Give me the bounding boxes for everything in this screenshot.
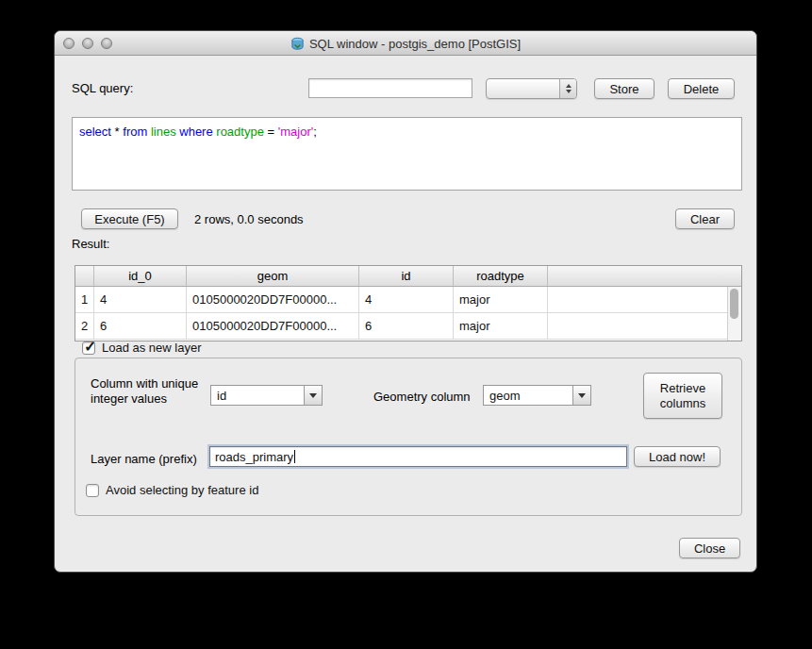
sql-token: ; (313, 125, 317, 139)
layer-name-label: Layer name (prefix) (91, 452, 197, 466)
query-name-input[interactable] (308, 78, 472, 98)
vertical-scrollbar[interactable] (727, 287, 741, 341)
column-header-roadtype[interactable]: roadtype (454, 266, 548, 286)
table-row[interactable]: 1 4 0105000020DD7F00000... 4 major (75, 287, 741, 313)
geometry-column-combobox[interactable]: geom (483, 385, 591, 406)
retrieve-columns-label-line1: Retrieve (660, 381, 705, 396)
sql-token: where (179, 125, 212, 139)
sql-query-label: SQL query: (72, 81, 133, 95)
cell-roadtype[interactable]: major (454, 313, 548, 339)
chevron-down-icon (572, 386, 590, 405)
delete-button[interactable]: Delete (668, 78, 735, 99)
avoid-selecting-label[interactable]: Avoid selecting by feature id (106, 483, 258, 497)
corner-header-cell[interactable] (75, 266, 94, 286)
table-filler-cell (548, 287, 741, 312)
row-number-cell[interactable]: 2 (75, 313, 94, 339)
geometry-column-value: geom (484, 386, 572, 405)
close-button-label: Close (694, 541, 725, 556)
retrieve-columns-label-line2: columns (660, 396, 705, 411)
table-header-row: id_0 geom id roadtype (75, 266, 741, 287)
unique-column-combobox[interactable]: id (210, 385, 323, 406)
scrollbar-thumb[interactable] (730, 289, 738, 319)
execute-button-label: Execute (F5) (94, 212, 164, 226)
column-header-geom[interactable]: geom (187, 266, 359, 286)
cell-id[interactable]: 4 (359, 287, 454, 312)
load-now-button-label: Load now! (649, 450, 705, 464)
table-row[interactable]: 2 6 0105000020DD7F00000... 6 major (75, 313, 741, 340)
row-number-cell[interactable]: 1 (75, 287, 94, 312)
chevron-down-icon (304, 386, 322, 405)
popup-arrows-icon (559, 79, 576, 98)
sql-token: roadtype (216, 125, 264, 139)
column-header-id_0[interactable]: id_0 (94, 266, 187, 286)
table-filler-cell (548, 313, 741, 339)
sql-token: select (79, 125, 111, 139)
query-status-text: 2 rows, 0.0 seconds (194, 212, 304, 226)
cell-roadtype[interactable]: major (454, 287, 548, 312)
load-as-new-layer-label[interactable]: Load as new layer (102, 341, 202, 355)
cell-geom[interactable]: 0105000020DD7F00000... (187, 287, 359, 312)
sql-token: from (123, 125, 147, 139)
stored-query-dropdown[interactable] (486, 78, 577, 99)
titlebar[interactable]: SQL window - postgis_demo [PostGIS] (55, 31, 756, 56)
sql-window: SQL window - postgis_demo [PostGIS] SQL … (54, 30, 757, 573)
cell-id_0[interactable]: 4 (94, 287, 187, 312)
text-caret (294, 450, 295, 463)
result-table: id_0 geom id roadtype 1 4 0105000020DD7F… (75, 265, 742, 341)
layer-name-value: roads_primary (215, 450, 293, 464)
store-button[interactable]: Store (594, 78, 655, 99)
execute-button[interactable]: Execute (F5) (81, 208, 178, 229)
avoid-selecting-checkbox[interactable]: ✓ (86, 484, 99, 497)
sql-token: * (111, 125, 123, 139)
sql-token: lines (151, 125, 176, 139)
load-as-new-layer-checkbox[interactable]: ✓ (82, 341, 95, 355)
cell-id[interactable]: 6 (359, 313, 454, 339)
header-filler (548, 266, 741, 286)
cell-id_0[interactable]: 6 (94, 313, 187, 339)
layer-name-input[interactable]: roads_primary (209, 446, 627, 467)
load-now-button[interactable]: Load now! (634, 446, 721, 467)
unique-column-label-line2: integer values (91, 391, 167, 406)
clear-button-label: Clear (690, 212, 720, 226)
sql-editor[interactable]: select * from lines where roadtype = 'ma… (72, 117, 742, 191)
check-icon: ✓ (84, 338, 96, 356)
title-area: SQL window - postgis_demo [PostGIS] (55, 31, 756, 56)
store-button-label: Store (609, 82, 638, 96)
unique-column-label: Column with unique integer values (91, 376, 198, 407)
window-title: SQL window - postgis_demo [PostGIS] (309, 37, 521, 51)
unique-column-value: id (211, 386, 304, 405)
sql-window-icon (290, 37, 305, 51)
sql-query-text: select * from lines where roadtype = 'ma… (79, 125, 317, 139)
sql-token: = (264, 125, 278, 139)
clear-button[interactable]: Clear (675, 208, 735, 229)
result-label: Result: (72, 237, 109, 251)
sql-token: 'major' (278, 125, 313, 139)
close-dialog-button[interactable]: Close (679, 538, 740, 558)
delete-button-label: Delete (684, 82, 720, 96)
column-header-id[interactable]: id (359, 266, 454, 286)
unique-column-label-line1: Column with unique (91, 376, 198, 391)
retrieve-columns-button[interactable]: Retrieve columns (643, 373, 722, 419)
geometry-column-label: Geometry column (373, 390, 471, 404)
cell-geom[interactable]: 0105000020DD7F00000... (187, 313, 359, 339)
